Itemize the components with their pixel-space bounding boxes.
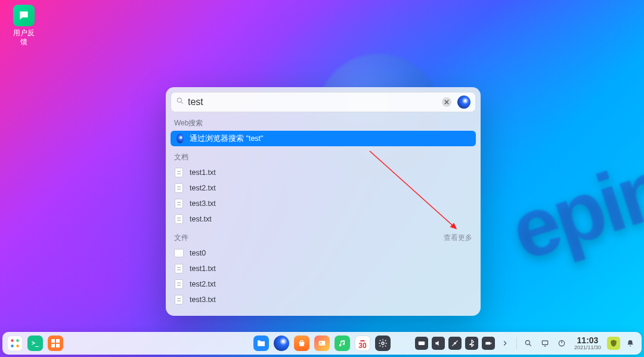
file-result[interactable]: test2.txt — [171, 276, 476, 292]
terminal-app[interactable] — [27, 336, 43, 351]
svg-rect-16 — [485, 342, 490, 345]
file-result[interactable]: test3.txt — [171, 292, 476, 307]
svg-point-7 — [11, 339, 14, 342]
result-label: test3.txt — [190, 296, 216, 304]
svg-point-13 — [382, 342, 384, 344]
tray-power[interactable] — [555, 337, 568, 350]
tray-security[interactable] — [607, 337, 620, 350]
search-input[interactable] — [188, 97, 438, 107]
tray-desktop[interactable] — [538, 337, 552, 350]
svg-rect-1 — [21, 15, 25, 16]
calendar-day: 30 — [358, 342, 366, 349]
svg-point-10 — [16, 344, 19, 347]
file-icon — [174, 248, 184, 258]
tray-volume[interactable] — [432, 337, 445, 350]
tray-search[interactable] — [522, 337, 535, 350]
browser-icon — [174, 134, 184, 143]
svg-point-2 — [177, 98, 181, 102]
feedback-icon — [13, 5, 35, 26]
tray-notifications[interactable] — [624, 337, 637, 350]
svg-point-12 — [320, 342, 321, 343]
tray-bluetooth[interactable] — [465, 337, 478, 350]
section-files: 文件 查看更多 — [171, 227, 476, 245]
web-search-result[interactable]: 通过浏览器搜索 "test" — [171, 131, 476, 146]
result-label: test3.txt — [190, 199, 216, 208]
tray-brightness[interactable] — [448, 337, 462, 350]
file-result[interactable]: test0 — [171, 245, 476, 261]
multitask-view[interactable] — [48, 336, 63, 351]
music-app[interactable] — [335, 336, 350, 351]
taskbar: ▬ 30 11:03 2021/11/30 — [2, 332, 642, 355]
view-more-link[interactable]: 查看更多 — [444, 233, 472, 243]
taskbar-clock[interactable]: 11:03 2021/11/30 — [574, 336, 601, 350]
calendar-app[interactable]: ▬ 30 — [355, 336, 370, 351]
svg-line-3 — [181, 102, 183, 104]
result-label: test.txt — [190, 215, 212, 223]
desktop-icon-feedback[interactable]: 用户反 馈 — [7, 5, 41, 47]
svg-point-18 — [525, 340, 530, 344]
text-file-icon — [174, 214, 184, 224]
svg-rect-14 — [419, 341, 425, 345]
section-label-text: Web搜索 — [174, 118, 203, 128]
text-file-icon — [174, 199, 184, 208]
tray-keyboard[interactable] — [415, 337, 428, 350]
global-search-window: Web搜索 通过浏览器搜索 "test" 文档 test1.txt test2.… — [166, 87, 481, 316]
gallery-app[interactable] — [314, 336, 330, 351]
tray-battery[interactable] — [482, 337, 495, 350]
document-result[interactable]: test.txt — [171, 211, 476, 227]
bg-decoration-logo: epin — [500, 139, 644, 280]
result-label: test1.txt — [190, 168, 216, 177]
clear-search-button[interactable] — [442, 97, 451, 107]
document-result[interactable]: test2.txt — [171, 180, 476, 196]
section-label-text: 文档 — [174, 152, 188, 162]
document-result[interactable]: test1.txt — [171, 165, 476, 180]
tray-expand[interactable] — [499, 337, 512, 350]
app-store[interactable] — [294, 336, 309, 351]
result-label: test1.txt — [190, 264, 216, 273]
result-label: test2.txt — [190, 184, 216, 192]
svg-rect-17 — [491, 343, 491, 344]
file-result[interactable]: test1.txt — [171, 261, 476, 276]
svg-point-9 — [11, 344, 14, 347]
svg-line-19 — [530, 344, 531, 346]
clock-time: 11:03 — [574, 336, 601, 345]
section-documents: 文档 — [171, 146, 476, 165]
settings-app[interactable] — [375, 336, 391, 351]
result-label: test2.txt — [190, 280, 216, 288]
text-file-icon — [174, 264, 184, 273]
svg-rect-20 — [542, 341, 547, 344]
svg-rect-0 — [21, 14, 26, 14]
launcher-button[interactable] — [7, 336, 23, 351]
document-result[interactable]: test3.txt — [171, 196, 476, 211]
svg-point-15 — [454, 343, 456, 344]
file-manager-app[interactable] — [253, 336, 269, 351]
result-label: 通过浏览器搜索 "test" — [190, 134, 264, 144]
section-label-text: 文件 — [174, 233, 188, 243]
search-bar — [171, 92, 476, 112]
svg-point-8 — [16, 339, 19, 342]
tray-separator — [516, 337, 517, 349]
text-file-icon — [174, 279, 184, 289]
section-web-search: Web搜索 — [171, 112, 476, 131]
text-file-icon — [174, 295, 184, 304]
text-file-icon — [174, 183, 184, 193]
clock-date: 2021/11/30 — [574, 345, 601, 350]
browser-icon[interactable] — [457, 96, 470, 109]
browser-app[interactable] — [274, 336, 289, 351]
text-file-icon — [174, 168, 184, 177]
search-icon — [176, 97, 184, 107]
result-label: test0 — [190, 249, 206, 257]
desktop-icon-label: 用户反 馈 — [7, 29, 41, 47]
